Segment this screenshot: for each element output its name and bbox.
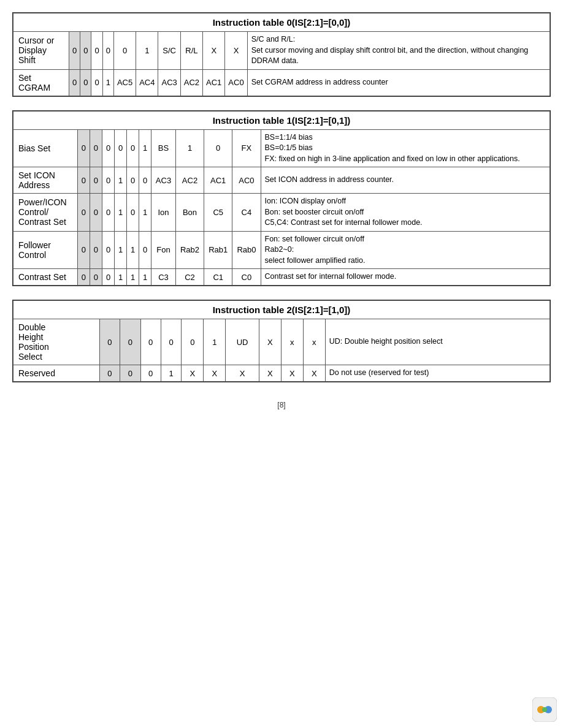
row-cell: 0	[120, 365, 140, 382]
row-label: Power/ICON Control/ Contrast Set	[13, 194, 78, 232]
row-cell: 0	[102, 269, 114, 286]
row-cell: AC1	[203, 69, 225, 96]
row-cell: 0	[91, 32, 102, 70]
row-cell: 0	[91, 69, 102, 96]
row-description: S/C and R/L: Set cursor moving and displ…	[247, 32, 550, 70]
row-cell: 0	[90, 269, 102, 286]
table-row: Power/ICON Control/ Contrast Set000101Io…	[13, 194, 550, 232]
row-cell: 0	[102, 167, 114, 194]
row-cell: x	[281, 319, 303, 365]
table-wrapper-table1: Instruction table 1(IS[2:1]=[0,1])Bias S…	[12, 110, 551, 287]
row-cell: 0	[102, 129, 114, 167]
row-cell: X	[303, 365, 325, 382]
row-cell: 1	[127, 269, 139, 286]
row-cell: C3	[151, 269, 176, 286]
row-cell: 0	[120, 319, 140, 365]
row-cell: Bon	[175, 194, 204, 232]
table-title-table0: Instruction table 0(IS[2:1]=[0,0])	[13, 13, 550, 32]
row-cell: 0	[161, 319, 181, 365]
row-cell: X	[259, 319, 281, 365]
row-cell: 1	[115, 167, 127, 194]
row-cell: 1	[115, 269, 127, 286]
row-cell: 0	[77, 167, 90, 194]
row-cell: 0	[90, 194, 102, 232]
row-cell: C4	[232, 194, 261, 232]
row-cell: UD	[226, 319, 259, 365]
row-cell: 0	[113, 32, 136, 70]
row-cell: X	[259, 365, 281, 382]
svg-point-3	[542, 707, 547, 712]
row-label: Set CGRAM	[13, 69, 69, 96]
row-cell: AC4	[136, 69, 158, 96]
row-label: Follower Control	[13, 231, 78, 269]
table-row: Follower Control000110FonRab2Rab1Rab0Fon…	[13, 231, 550, 269]
row-cell: 0	[102, 32, 113, 70]
row-cell: x	[303, 319, 325, 365]
row-cell: 0	[90, 231, 102, 269]
row-description: UD: Double height position select	[325, 319, 550, 365]
row-cell: 0	[140, 319, 161, 365]
row-cell: 1	[175, 129, 204, 167]
row-label: Cursor or Display Shift	[13, 32, 69, 70]
row-cell: Rab1	[204, 231, 232, 269]
row-cell: 1	[204, 319, 226, 365]
row-cell: 1	[127, 231, 139, 269]
row-cell: X	[182, 365, 204, 382]
row-description: Contrast set for internal follower mode.	[261, 269, 550, 286]
row-description: Do not use (reserved for test)	[325, 365, 550, 382]
row-description: Set CGRAM address in address counter	[247, 69, 550, 96]
row-label: Set ICON Address	[13, 167, 78, 194]
table-wrapper-table0: Instruction table 0(IS[2:1]=[0,0])Cursor…	[12, 12, 551, 97]
table-row: Set ICON Address000100AC3AC2AC1AC0Set IC…	[13, 167, 550, 194]
row-cell: 0	[69, 69, 80, 96]
row-cell: 0	[77, 231, 90, 269]
row-cell: AC5	[113, 69, 136, 96]
row-cell: 0	[102, 194, 114, 232]
row-cell: X	[225, 32, 247, 70]
row-cell: 1	[139, 194, 151, 232]
table-row: Contrast Set000111C3C2C1C0Contrast set f…	[13, 269, 550, 286]
row-cell: 0	[80, 32, 91, 70]
row-description: Fon: set follower circuit on/off Rab2~0:…	[261, 231, 550, 269]
table-title-table1: Instruction table 1(IS[2:1]=[0,1])	[13, 111, 550, 129]
row-cell: Rab2	[175, 231, 204, 269]
row-cell: 0	[99, 319, 120, 365]
tables-container: Instruction table 0(IS[2:1]=[0,0])Cursor…	[12, 12, 551, 382]
row-cell: 0	[77, 269, 90, 286]
row-label: Reserved	[13, 365, 100, 382]
row-cell: 1	[161, 365, 181, 382]
row-cell: 0	[182, 319, 204, 365]
yoink-logo	[532, 697, 557, 722]
row-cell: X	[203, 32, 225, 70]
row-cell: 0	[204, 129, 232, 167]
row-cell: 1	[139, 129, 151, 167]
table-row: Reserved0001XXXXXXDo not use (reserved f…	[13, 365, 550, 382]
table-wrapper-table2: Instruction table 2(IS[2:1]=[1,0])Double…	[12, 300, 551, 382]
row-cell: 0	[127, 167, 139, 194]
row-cell: AC1	[204, 167, 232, 194]
row-cell: 0	[90, 167, 102, 194]
row-description: BS=1:1/4 bias BS=0:1/5 bias FX: fixed on…	[261, 129, 550, 167]
row-cell: R/L	[180, 32, 202, 70]
table-table2: Instruction table 2(IS[2:1]=[1,0])Double…	[13, 300, 550, 382]
row-cell: AC0	[232, 167, 261, 194]
page-number: [8]	[12, 401, 551, 409]
row-cell: C0	[232, 269, 261, 286]
row-cell: 1	[115, 231, 127, 269]
row-cell: Fon	[151, 231, 176, 269]
row-cell: 0	[127, 129, 139, 167]
row-cell: Ion	[151, 194, 176, 232]
row-cell: BS	[151, 129, 176, 167]
row-description: Set ICON address in address counter.	[261, 167, 550, 194]
row-cell: X	[281, 365, 303, 382]
row-cell: AC3	[151, 167, 176, 194]
row-label: Contrast Set	[13, 269, 78, 286]
row-cell: 0	[115, 129, 127, 167]
row-cell: 0	[90, 129, 102, 167]
row-cell: 0	[139, 231, 151, 269]
row-cell: 0	[139, 167, 151, 194]
row-cell: C1	[204, 269, 232, 286]
row-cell: C2	[175, 269, 204, 286]
row-cell: 1	[139, 269, 151, 286]
row-cell: 0	[69, 32, 80, 70]
